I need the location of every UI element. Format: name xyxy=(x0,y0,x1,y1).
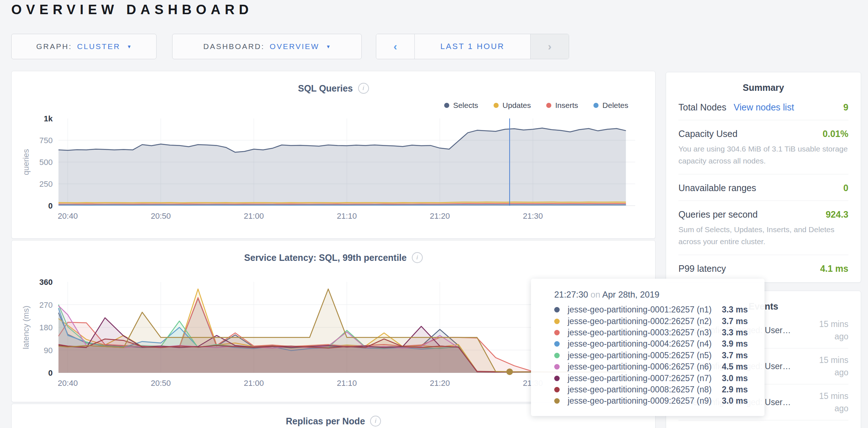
sql-chart-svg[interactable]: 02505007501k20:4020:5021:0021:1021:2021:… xyxy=(12,114,656,227)
tooltip-node-name: jesse-geo-partitioning-0002:26257 (n2) xyxy=(568,316,711,326)
legend-dot-icon xyxy=(494,103,499,108)
info-icon-glyph: i xyxy=(375,417,376,425)
total-nodes-value: 9 xyxy=(843,102,848,113)
summary-row-p99: P99 latency 4.1 ms xyxy=(678,255,848,281)
event-timestamp: 15 mins ago xyxy=(808,426,848,428)
svg-text:21:30: 21:30 xyxy=(523,211,543,221)
event-timestamp: 15 mins ago xyxy=(808,318,848,343)
svg-text:750: 750 xyxy=(39,136,53,145)
tooltip-node-latency: 3.0 ms xyxy=(722,396,748,406)
chevron-down-icon: ▼ xyxy=(127,44,131,49)
tooltip-node-name: jesse-geo-partitioning-0008:26257 (n8) xyxy=(568,385,711,395)
svg-text:90: 90 xyxy=(44,346,53,355)
svg-text:0: 0 xyxy=(48,368,53,377)
tooltip-node-latency: 3.0 ms xyxy=(722,374,748,383)
tooltip-row: jesse-geo-partitioning-0002:26257 (n2)3.… xyxy=(554,315,746,327)
svg-text:250: 250 xyxy=(39,179,53,189)
tooltip-row: jesse-geo-partitioning-0006:26257 (n6)4.… xyxy=(554,361,746,372)
series-dot-icon xyxy=(554,376,560,381)
svg-text:21:00: 21:00 xyxy=(244,211,264,221)
legend-item-updates[interactable]: Updates xyxy=(494,101,531,110)
tooltip-node-latency: 3.7 ms xyxy=(722,316,748,326)
p99-latency-value: 4.1 ms xyxy=(820,263,848,274)
summary-row-total-nodes: Total Nodes View nodes list 9 xyxy=(678,94,848,120)
chart-hover-tooltip: 21:27:30 on Apr 28th, 2019 jesse-geo-par… xyxy=(531,279,764,416)
time-window-label[interactable]: LAST 1 HOUR xyxy=(415,34,530,59)
legend-label: Selects xyxy=(453,101,478,110)
tooltip-row: jesse-geo-partitioning-0008:26257 (n8)2.… xyxy=(554,384,746,395)
info-icon-glyph: i xyxy=(417,254,418,261)
series-dot-icon xyxy=(554,341,560,347)
capacity-used-note: You are using 304.6 MiB of 3.1 TiB usabl… xyxy=(678,143,848,167)
graph-dropdown[interactable]: GRAPH: CLUSTER ▼ xyxy=(11,34,157,59)
dashboard-dropdown[interactable]: DASHBOARD: OVERVIEW ▼ xyxy=(172,34,362,59)
service-latency-title-row: Service Latency: SQL, 99th percentile i xyxy=(12,252,655,263)
tooltip-node-latency: 3.7 ms xyxy=(722,351,748,360)
summary-row-capacity: Capacity Used 0.01% You are using 304.6 … xyxy=(678,120,848,174)
capacity-used-label: Capacity Used xyxy=(678,129,738,139)
time-next-button[interactable]: › xyxy=(530,34,569,59)
legend-dot-icon xyxy=(546,103,551,108)
time-prev-button[interactable]: ‹ xyxy=(376,34,415,59)
tooltip-node-name: jesse-geo-partitioning-0005:26257 (n5) xyxy=(568,351,711,360)
tooltip-time: 21:27:30 xyxy=(554,290,588,299)
legend-item-deletes[interactable]: Deletes xyxy=(593,101,628,110)
tooltip-date: Apr 28th, 2019 xyxy=(602,290,659,299)
svg-text:21:20: 21:20 xyxy=(430,379,450,388)
qps-label: Queries per second xyxy=(678,209,758,220)
svg-text:20:40: 20:40 xyxy=(58,379,78,388)
p99-latency-label: P99 latency xyxy=(678,263,726,274)
info-icon[interactable]: i xyxy=(358,83,369,94)
capacity-used-value: 0.01% xyxy=(823,129,848,139)
legend-item-inserts[interactable]: Inserts xyxy=(546,101,578,110)
svg-text:1k: 1k xyxy=(44,114,53,123)
svg-text:21:10: 21:10 xyxy=(337,211,357,221)
svg-text:0: 0 xyxy=(48,201,53,210)
svg-text:500: 500 xyxy=(39,158,53,167)
info-icon[interactable]: i xyxy=(370,416,381,427)
svg-text:180: 180 xyxy=(39,323,53,332)
svg-text:21:20: 21:20 xyxy=(430,211,450,221)
event-timestamp: 15 mins ago xyxy=(808,390,848,415)
tooltip-node-name: jesse-geo-partitioning-0007:26257 (n7) xyxy=(568,374,711,383)
series-dot-icon xyxy=(554,353,560,358)
tooltip-row: jesse-geo-partitioning-0004:26257 (n4)3.… xyxy=(554,338,746,350)
series-dot-icon xyxy=(554,330,560,335)
legend-label: Inserts xyxy=(555,101,578,110)
tooltip-row: jesse-geo-partitioning-0009:26257 (n9)3.… xyxy=(554,395,746,407)
unavailable-ranges-value: 0 xyxy=(843,183,848,193)
service-latency-title: Service Latency: SQL, 99th percentile xyxy=(244,253,406,263)
summary-title: Summary xyxy=(666,82,861,93)
chevron-left-icon: ‹ xyxy=(394,40,397,53)
svg-text:270: 270 xyxy=(39,300,53,310)
legend-dot-icon xyxy=(593,103,599,108)
svg-text:21:10: 21:10 xyxy=(337,379,357,388)
svg-text:21:00: 21:00 xyxy=(244,379,264,388)
tooltip-node-latency: 3.9 ms xyxy=(722,339,748,349)
qps-value: 924.3 xyxy=(826,209,848,220)
time-window-selector: ‹ LAST 1 HOUR › xyxy=(376,34,569,59)
replicas-per-node-title: Replicas per Node xyxy=(286,416,365,427)
tooltip-row: jesse-geo-partitioning-0003:26257 (n3)3.… xyxy=(554,327,746,338)
info-icon[interactable]: i xyxy=(412,252,423,263)
svg-text:20:50: 20:50 xyxy=(151,211,171,221)
legend-item-selects[interactable]: Selects xyxy=(444,101,478,110)
svg-text:queries: queries xyxy=(21,149,31,175)
svg-text:20:50: 20:50 xyxy=(151,379,171,388)
tooltip-timestamp: 21:27:30 on Apr 28th, 2019 xyxy=(554,290,746,300)
view-nodes-list-link[interactable]: View nodes list xyxy=(734,102,794,113)
series-dot-icon xyxy=(554,387,560,392)
overview-dashboard-page: OVERVIEW DASHBOARD GRAPH: CLUSTER ▼ DASH… xyxy=(0,0,868,428)
info-icon-glyph: i xyxy=(363,85,364,92)
event-row: Zone Config Changed: User…15 mins ago xyxy=(678,420,848,428)
sql-chart-legend: SelectsUpdatesInsertsDeletes xyxy=(444,101,628,110)
tooltip-row: jesse-geo-partitioning-0007:26257 (n7)3.… xyxy=(554,372,746,384)
sql-queries-panel: SQL Queries i SelectsUpdatesInsertsDelet… xyxy=(11,71,656,239)
replicas-title-row: Replicas per Node i xyxy=(12,416,655,427)
total-nodes-label: Total Nodes xyxy=(678,102,726,113)
tooltip-node-name: jesse-geo-partitioning-0001:26257 (n1) xyxy=(568,305,711,315)
tooltip-on: on xyxy=(588,290,602,299)
svg-text:latency (ms): latency (ms) xyxy=(21,306,31,349)
tooltip-node-latency: 3.3 ms xyxy=(722,305,748,315)
summary-row-qps: Queries per second 924.3 Sum of Selects,… xyxy=(678,201,848,255)
